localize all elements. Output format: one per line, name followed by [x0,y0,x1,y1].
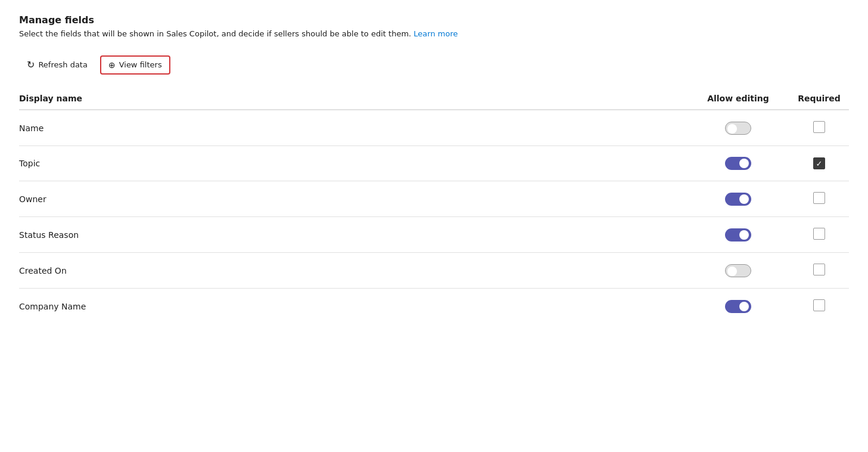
toolbar: Refresh data ⊕ View filters [19,55,849,75]
table-row: Owner [19,181,849,217]
allow-editing-cell [694,110,789,146]
allow-editing-cell [694,146,789,181]
fields-table: Display name Allow editing Required Name… [19,89,849,324]
table-row: Name [19,110,849,146]
filter-plus-icon: ⊕ [108,60,116,70]
refresh-icon [27,59,35,70]
required-cell [789,110,849,146]
page-title: Manage fields [19,14,849,26]
col-header-display-name: Display name [19,89,694,110]
page-subtitle: Select the fields that will be shown in … [19,29,849,38]
refresh-label: Refresh data [38,60,88,69]
field-display-name: Company Name [19,289,694,324]
required-cell [789,217,849,253]
allow-editing-toggle[interactable] [725,193,751,206]
required-cell [789,146,849,181]
allow-editing-toggle[interactable] [725,300,751,313]
subtitle-text: Select the fields that will be shown in … [19,29,411,38]
allow-editing-toggle[interactable] [725,264,751,277]
allow-editing-toggle[interactable] [725,157,751,170]
required-checkbox[interactable] [813,299,825,311]
table-row: Company Name [19,289,849,324]
table-row: Topic [19,146,849,181]
table-row: Status Reason [19,217,849,253]
allow-editing-cell [694,217,789,253]
allow-editing-toggle[interactable] [725,122,751,135]
required-cell [789,181,849,217]
allow-editing-cell [694,253,789,289]
table-row: Created On [19,253,849,289]
required-cell [789,253,849,289]
required-checkbox[interactable] [813,264,825,275]
required-checkbox[interactable] [813,192,825,204]
required-checkbox[interactable] [813,157,825,169]
allow-editing-cell [694,181,789,217]
filter-label: View filters [119,60,162,69]
field-display-name: Owner [19,181,694,217]
table-header-row: Display name Allow editing Required [19,89,849,110]
field-display-name: Topic [19,146,694,181]
required-cell [789,289,849,324]
refresh-data-button[interactable]: Refresh data [19,55,95,75]
view-filters-button[interactable]: ⊕ View filters [100,55,170,75]
col-header-required: Required [789,89,849,110]
field-display-name: Status Reason [19,217,694,253]
allow-editing-toggle[interactable] [725,228,751,242]
field-display-name: Name [19,110,694,146]
col-header-allow-editing: Allow editing [694,89,789,110]
required-checkbox[interactable] [813,121,825,133]
learn-more-link[interactable]: Learn more [413,29,458,38]
field-display-name: Created On [19,253,694,289]
manage-fields-container: Manage fields Select the fields that wil… [19,14,849,324]
allow-editing-cell [694,289,789,324]
required-checkbox[interactable] [813,228,825,240]
